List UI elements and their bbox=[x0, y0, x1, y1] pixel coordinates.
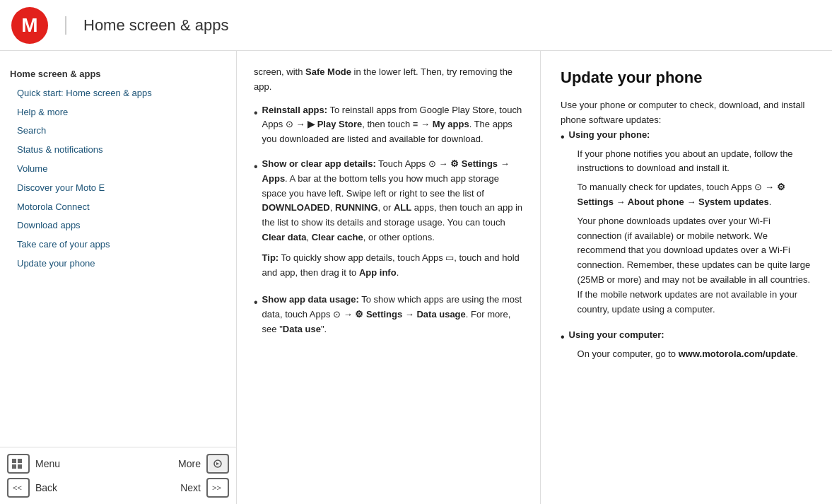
motorola-logo: M bbox=[11, 7, 48, 44]
bullet-computer: • Using your computer: On your computer,… bbox=[561, 328, 812, 366]
tip-label: Tip: bbox=[262, 252, 279, 263]
bullet-show-clear-content: Show or clear app details: Touch Apps ⊙ … bbox=[262, 157, 523, 283]
more-icon bbox=[206, 454, 229, 474]
phone-sub3: Your phone downloads updates over your W… bbox=[578, 214, 812, 317]
back-label: Back bbox=[35, 482, 57, 493]
bullet-show-clear: • Show or clear app details: Touch Apps … bbox=[254, 157, 523, 283]
menu-label: Menu bbox=[35, 458, 60, 469]
phone-bullet-dot: • bbox=[561, 128, 565, 146]
menu-icon bbox=[7, 454, 30, 474]
sidebar-item-3[interactable]: Search bbox=[7, 122, 229, 141]
left-content-panel: screen, with Safe Mode in the lower left… bbox=[237, 51, 541, 504]
update-title: Update your phone bbox=[561, 65, 812, 90]
computer-bullet-dot: • bbox=[561, 328, 565, 346]
sidebar-item-10[interactable]: Update your phone bbox=[7, 254, 229, 274]
sidebar-item-7[interactable]: Motorola Connect bbox=[7, 198, 229, 217]
sidebar-item-0[interactable]: Home screen & apps bbox=[7, 65, 229, 84]
phone-label: Using your phone: bbox=[569, 129, 650, 140]
bottom-nav: Menu More << bbox=[0, 447, 236, 504]
bullet-phone: • Using your phone: If your phone notifi… bbox=[561, 128, 812, 322]
sidebar-nav: Home screen & appsQuick start: Home scre… bbox=[0, 51, 236, 447]
svg-rect-2 bbox=[12, 464, 16, 469]
sidebar-item-1[interactable]: Quick start: Home screen & apps bbox=[7, 84, 229, 103]
right-content-panel: Update your phone Use your phone or comp… bbox=[541, 51, 832, 504]
svg-rect-3 bbox=[18, 464, 22, 469]
more-label: More bbox=[178, 458, 201, 469]
more-button[interactable]: More bbox=[178, 454, 229, 474]
header: M Home screen & apps bbox=[0, 0, 832, 51]
computer-bullet-content: Using your computer: On your computer, g… bbox=[569, 328, 812, 366]
sidebar-item-2[interactable]: Help & more bbox=[7, 103, 229, 122]
bullet-data-usage: • Show app data usage: To show which app… bbox=[254, 293, 523, 336]
bullet-reinstall: • Reinstall apps: To reinstall apps from… bbox=[254, 103, 523, 147]
reinstall-label: Reinstall apps: bbox=[262, 105, 327, 115]
phone-bullet-content: Using your phone: If your phone notifies… bbox=[569, 128, 812, 322]
page-title: Home screen & apps bbox=[65, 16, 228, 35]
main-layout: Home screen & appsQuick start: Home scre… bbox=[0, 51, 832, 504]
motorola-url: www.motorola.com/update bbox=[679, 348, 796, 359]
update-intro: Use your phone or computer to check, dow… bbox=[561, 98, 812, 128]
bullet-dot-1: • bbox=[254, 104, 258, 122]
next-icon: >> bbox=[206, 478, 229, 498]
svg-marker-5 bbox=[216, 462, 219, 465]
bullet-reinstall-content: Reinstall apps: To reinstall apps from G… bbox=[262, 103, 523, 147]
bullet-data-usage-content: Show app data usage: To show which apps … bbox=[262, 293, 523, 336]
computer-label: Using your computer: bbox=[569, 329, 664, 340]
data-usage-label: Show app data usage: bbox=[262, 294, 359, 305]
svg-text:>>: >> bbox=[212, 484, 221, 492]
menu-button[interactable]: Menu bbox=[7, 454, 60, 474]
next-label: Next bbox=[180, 482, 201, 493]
nav-row-bottom: << Back Next >> bbox=[7, 476, 229, 500]
bullet-dot-3: • bbox=[254, 293, 258, 312]
bullet-dot-2: • bbox=[254, 158, 258, 176]
next-button[interactable]: Next >> bbox=[180, 478, 229, 498]
tip-block: Tip: To quickly show app details, touch … bbox=[262, 251, 523, 281]
back-icon: << bbox=[7, 478, 30, 498]
intro-text: screen, with Safe Mode in the lower left… bbox=[254, 65, 523, 95]
phone-sub1: If your phone notifies you about an upda… bbox=[578, 147, 812, 177]
sidebar-item-6[interactable]: Discover your Moto E bbox=[7, 179, 229, 198]
nav-row-top: Menu More bbox=[7, 452, 229, 476]
svg-rect-0 bbox=[12, 459, 16, 463]
back-button[interactable]: << Back bbox=[7, 478, 57, 498]
computer-sub1: On your computer, go to www.motorola.com… bbox=[578, 347, 812, 362]
svg-rect-1 bbox=[18, 459, 22, 463]
sidebar: Home screen & appsQuick start: Home scre… bbox=[0, 51, 237, 504]
content-area: screen, with Safe Mode in the lower left… bbox=[237, 51, 832, 504]
sidebar-item-9[interactable]: Take care of your apps bbox=[7, 235, 229, 254]
sidebar-item-8[interactable]: Download apps bbox=[7, 216, 229, 235]
show-clear-label: Show or clear app details: bbox=[262, 158, 376, 169]
svg-text:<<: << bbox=[13, 484, 22, 492]
phone-sub2: To manually check for updates, touch App… bbox=[578, 180, 812, 210]
sidebar-item-5[interactable]: Volume bbox=[7, 160, 229, 179]
sidebar-item-4[interactable]: Status & notifications bbox=[7, 141, 229, 160]
